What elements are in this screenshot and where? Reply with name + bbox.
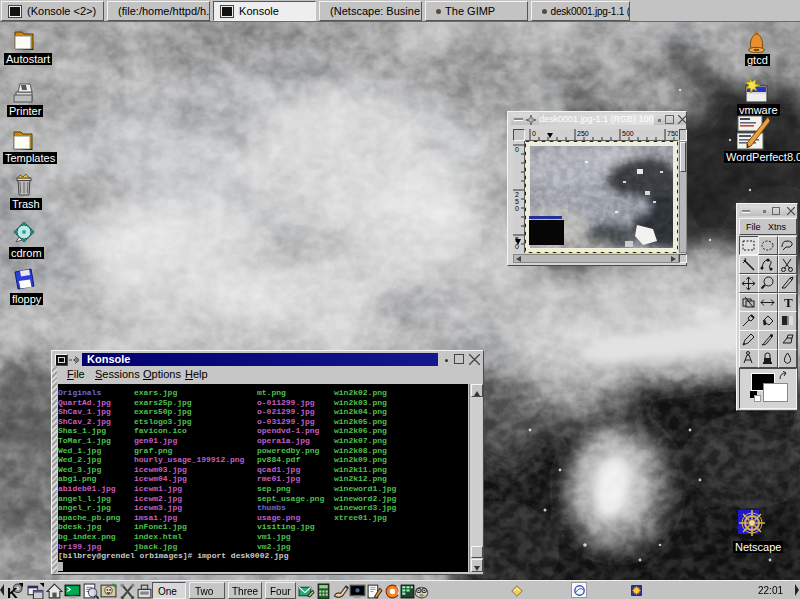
svg-text:T: T	[784, 295, 793, 310]
svg-text:250: 250	[577, 130, 589, 137]
svg-text:K: K	[7, 585, 18, 599]
svg-text:750: 750	[667, 130, 678, 137]
svg-text:2: 2	[515, 191, 519, 198]
svg-text:0: 0	[515, 146, 519, 153]
svg-text:5: 5	[515, 198, 519, 205]
svg-text:0: 0	[532, 130, 536, 137]
svg-text:500: 500	[622, 130, 634, 137]
svg-text:0: 0	[515, 205, 519, 212]
